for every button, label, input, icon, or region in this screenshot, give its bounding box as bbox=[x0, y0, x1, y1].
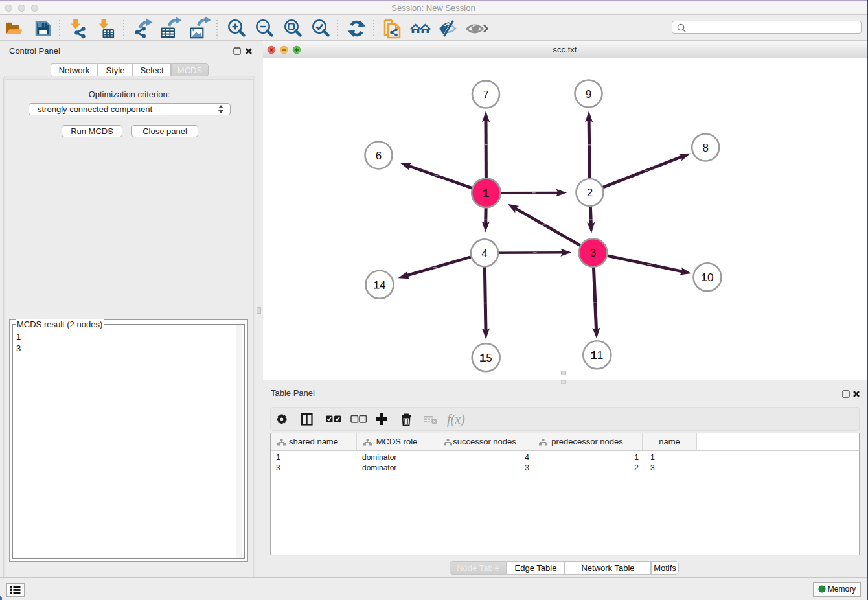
svg-text:4: 4 bbox=[481, 248, 487, 260]
svg-text:3: 3 bbox=[590, 247, 596, 259]
svg-text:5: 5 bbox=[486, 352, 492, 364]
svg-text:1: 1 bbox=[597, 349, 603, 362]
svg-text:6: 6 bbox=[376, 150, 382, 162]
svg-text:4: 4 bbox=[380, 279, 385, 292]
svg-text:0: 0 bbox=[707, 271, 713, 284]
svg-text:8: 8 bbox=[702, 142, 708, 154]
svg-text:2: 2 bbox=[587, 187, 593, 199]
svg-text:9: 9 bbox=[586, 88, 591, 100]
svg-text:7: 7 bbox=[483, 89, 488, 101]
svg-text:f(x): f(x) bbox=[447, 412, 465, 427]
